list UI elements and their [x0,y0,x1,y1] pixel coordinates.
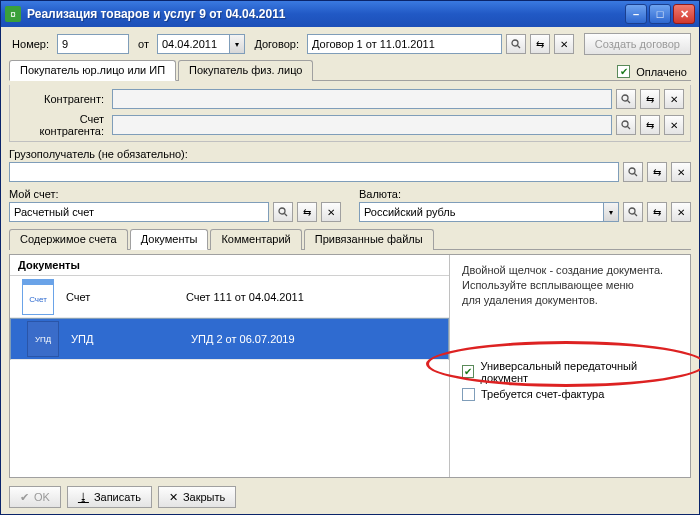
sf-checkbox-label: Требуется счет-фактура [481,388,604,400]
content-tabbar: Содержимое счета Документы Комментарий П… [9,228,691,250]
documents-header: Документы [10,255,449,276]
svg-point-10 [629,208,635,214]
consignee-clear-icon[interactable]: ✕ [671,162,691,182]
svg-point-6 [629,168,635,174]
number-input[interactable] [57,34,129,54]
myaccount-search-icon[interactable] [273,202,293,222]
contragent-account-search-icon[interactable] [616,115,636,135]
contragent-account-swap-icon[interactable]: ⇆ [640,115,660,135]
close-icon: ✕ [169,491,178,504]
myaccount-label: Мой счет: [9,186,341,202]
contract-swap-icon[interactable]: ⇆ [530,34,550,54]
contragent-label: Контрагент: [16,93,108,105]
close-button[interactable]: ✕ Закрыть [158,486,236,508]
svg-line-5 [628,127,631,130]
footer-bar: ✔ OK ⭳ Записать ✕ Закрыть [9,482,691,508]
date-dropdown-icon[interactable]: ▾ [229,34,245,54]
document-type: УПД [71,333,191,345]
currency-swap-icon[interactable]: ⇆ [647,202,667,222]
tab-buyer-person[interactable]: Покупатель физ. лицо [178,60,313,81]
document-desc: Счет 111 от 04.04.2011 [186,291,449,303]
svg-point-4 [622,121,628,127]
upd-checkbox[interactable]: ✔ [462,365,474,378]
minimize-button[interactable]: – [625,4,647,24]
upd-icon: УПД [27,321,59,357]
currency-dropdown-icon[interactable]: ▾ [603,202,619,222]
create-contract-button[interactable]: Создать договор [584,33,691,55]
maximize-button[interactable]: □ [649,4,671,24]
documents-pane: Документы Счет Счет Счет 111 от 04.04.20… [9,254,691,478]
contract-input[interactable] [307,34,502,54]
app-window: ¤ Реализация товаров и услуг 9 от 04.04.… [0,0,700,515]
consignee-swap-icon[interactable]: ⇆ [647,162,667,182]
buyer-tabbar: Покупатель юр.лицо или ИП Покупатель физ… [9,59,691,81]
svg-line-1 [517,46,520,49]
sf-checkbox-row: ✔ Требуется счет-фактура [462,388,678,401]
contract-clear-icon[interactable]: ✕ [554,34,574,54]
myaccount-swap-icon[interactable]: ⇆ [297,202,317,222]
number-label: Номер: [9,38,53,50]
consignee-label: Грузополучатель (не обязательно): [9,146,691,162]
sf-checkbox[interactable]: ✔ [462,388,475,401]
svg-point-0 [512,40,518,46]
svg-line-7 [635,174,638,177]
currency-clear-icon[interactable]: ✕ [671,202,691,222]
close-window-button[interactable]: ✕ [673,4,695,24]
paid-checkbox[interactable]: ✔ [617,65,630,78]
tab-buyer-legal[interactable]: Покупатель юр.лицо или ИП [9,60,176,81]
contragent-input[interactable] [112,89,612,109]
upd-checkbox-row: ✔ Универсальный передаточный документ [462,360,678,384]
upd-checkbox-label: Универсальный передаточный документ [480,360,678,384]
consignee-search-icon[interactable] [623,162,643,182]
contragent-search-icon[interactable] [616,89,636,109]
contragent-clear-icon[interactable]: ✕ [664,89,684,109]
contract-search-icon[interactable] [506,34,526,54]
save-button[interactable]: ⭳ Записать [67,486,152,508]
currency-label: Валюта: [359,186,691,202]
tab-content[interactable]: Содержимое счета [9,229,128,250]
contragent-account-clear-icon[interactable]: ✕ [664,115,684,135]
tab-attachments[interactable]: Привязанные файлы [304,229,434,250]
svg-line-9 [285,214,288,217]
myaccount-clear-icon[interactable]: ✕ [321,202,341,222]
document-desc: УПД 2 от 06.07.2019 [191,333,434,345]
save-icon: ⭳ [78,491,89,503]
svg-line-3 [628,101,631,104]
document-type: Счет [66,291,186,303]
app-icon: ¤ [5,6,21,22]
myaccount-input[interactable] [9,202,269,222]
schet-icon: Счет [22,279,54,315]
svg-point-2 [622,95,628,101]
document-row-schet[interactable]: Счет Счет Счет 111 от 04.04.2011 [10,276,449,318]
currency-search-icon[interactable] [623,202,643,222]
from-label: от [133,38,153,50]
contragent-account-input[interactable] [112,115,612,135]
currency-input[interactable] [359,202,603,222]
ok-button[interactable]: ✔ OK [9,486,61,508]
consignee-input[interactable] [9,162,619,182]
documents-list: Счет Счет Счет 111 от 04.04.2011 УПД УПД… [10,276,449,477]
svg-line-11 [635,214,638,217]
tab-comment[interactable]: Комментарий [210,229,301,250]
documents-hint: Двойной щелчок - создание документа. Исп… [462,263,678,308]
svg-point-8 [279,208,285,214]
contragent-swap-icon[interactable]: ⇆ [640,89,660,109]
contragent-account-label: Счет контрагента: [16,113,108,137]
document-row-upd[interactable]: УПД УПД УПД 2 от 06.07.2019 [10,318,449,360]
contract-label: Договор: [253,38,303,50]
paid-label: Оплачено [636,66,687,78]
tab-documents[interactable]: Документы [130,229,209,250]
date-input[interactable] [157,34,229,54]
check-icon: ✔ [20,491,29,504]
title-bar: ¤ Реализация товаров и услуг 9 от 04.04.… [1,1,699,27]
window-title: Реализация товаров и услуг 9 от 04.04.20… [27,7,625,21]
